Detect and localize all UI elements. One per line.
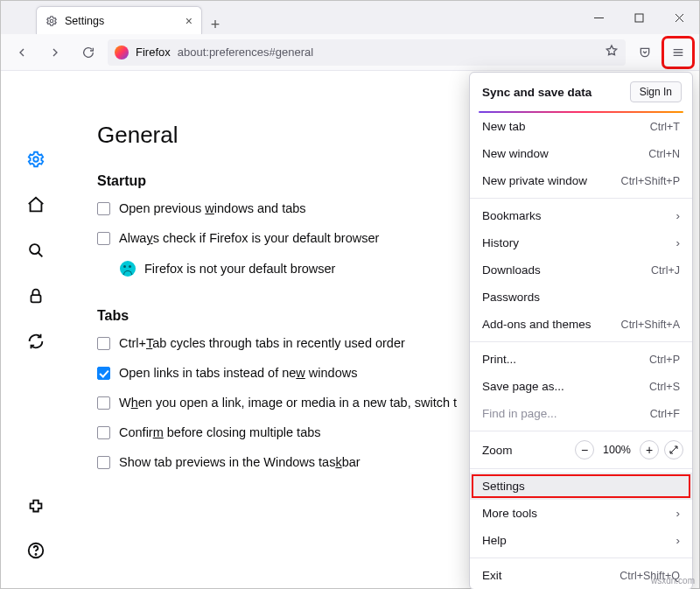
- opt-label: Open links in tabs instead of new window…: [119, 366, 357, 380]
- new-tab-button[interactable]: +: [202, 16, 228, 34]
- opt-label: Ctrl+Tab cycles through tabs in recently…: [119, 336, 405, 350]
- menu-history[interactable]: History›: [470, 229, 692, 256]
- category-sync[interactable]: [26, 332, 46, 354]
- checkbox-icon[interactable]: [97, 232, 110, 245]
- titlebar: Settings × +: [1, 1, 699, 34]
- identity-label: Firefox: [136, 46, 171, 59]
- category-privacy[interactable]: [26, 286, 46, 309]
- category-support[interactable]: [26, 541, 46, 564]
- svg-point-0: [50, 19, 53, 23]
- opt-label: When you open a link, image or media in …: [119, 396, 457, 410]
- tab-strip: Settings × +: [1, 6, 578, 34]
- category-home[interactable]: [26, 195, 46, 218]
- menu-sync-header: Sync and save data Sign In: [470, 73, 692, 111]
- back-button[interactable]: [8, 39, 36, 67]
- url-bar[interactable]: Firefox about:preferences#general: [108, 39, 626, 66]
- sync-title: Sync and save data: [482, 86, 592, 99]
- menu-find[interactable]: Find in page...Ctrl+F: [470, 400, 692, 427]
- minimize-button[interactable]: [578, 1, 619, 34]
- category-extensions[interactable]: [26, 497, 46, 520]
- tab-close-icon[interactable]: ×: [186, 15, 192, 27]
- category-general[interactable]: [26, 150, 46, 172]
- menu-print[interactable]: Print...Ctrl+P: [470, 346, 692, 373]
- app-menu-button[interactable]: [664, 39, 692, 67]
- checkbox-checked-icon[interactable]: [97, 367, 110, 380]
- zoom-out-button[interactable]: −: [575, 440, 594, 459]
- menu-new-window[interactable]: New windowCtrl+N: [470, 140, 692, 167]
- menu-new-tab[interactable]: New tabCtrl+T: [470, 113, 692, 140]
- svg-rect-1: [635, 14, 643, 22]
- zoom-in-button[interactable]: +: [640, 440, 659, 459]
- watermark: wsxdn.com: [651, 576, 695, 585]
- address-text: about:preferences#general: [178, 46, 313, 59]
- app-menu: Sync and save data Sign In New tabCtrl+T…: [469, 72, 693, 589]
- svg-point-3: [30, 244, 39, 254]
- menu-passwords[interactable]: Passwords: [470, 284, 692, 311]
- checkbox-icon[interactable]: [97, 202, 110, 215]
- bookmark-star-icon[interactable]: [605, 44, 619, 60]
- status-text: Firefox is not your default browser: [144, 262, 335, 276]
- pocket-button[interactable]: [631, 39, 659, 67]
- chevron-right-icon: ›: [676, 534, 681, 547]
- window-controls: [578, 1, 699, 34]
- menu-save-as[interactable]: Save page as...Ctrl+S: [470, 373, 692, 400]
- close-button[interactable]: [659, 1, 699, 34]
- svg-rect-4: [32, 295, 41, 302]
- category-search[interactable]: [26, 241, 46, 263]
- opt-label: Show tab previews in the Windows taskbar: [119, 455, 360, 469]
- chevron-right-icon: ›: [676, 209, 681, 222]
- menu-new-private[interactable]: New private windowCtrl+Shift+P: [470, 167, 692, 194]
- gear-icon: [46, 15, 58, 27]
- fullscreen-button[interactable]: [664, 440, 683, 459]
- forward-button[interactable]: [41, 39, 69, 67]
- nav-toolbar: Firefox about:preferences#general: [1, 34, 699, 71]
- menu-settings[interactable]: Settings: [470, 473, 692, 500]
- checkbox-icon[interactable]: [97, 456, 110, 469]
- tab-settings[interactable]: Settings ×: [36, 6, 202, 34]
- category-rail: [1, 71, 71, 588]
- maximize-button[interactable]: [619, 1, 659, 34]
- checkbox-icon[interactable]: [97, 426, 110, 439]
- menu-more-tools[interactable]: More tools›: [470, 500, 692, 527]
- chevron-right-icon: ›: [676, 236, 681, 249]
- menu-bookmarks[interactable]: Bookmarks›: [470, 202, 692, 229]
- menu-help[interactable]: Help›: [470, 527, 692, 554]
- opt-label: Confirm before closing multiple tabs: [119, 425, 321, 439]
- svg-point-6: [35, 554, 36, 555]
- opt-label: Always check if Firefox is your default …: [119, 231, 379, 245]
- menu-zoom: Zoom − 100% +: [470, 435, 692, 465]
- menu-addons[interactable]: Add-ons and themesCtrl+Shift+A: [470, 311, 692, 338]
- menu-downloads[interactable]: DownloadsCtrl+J: [470, 256, 692, 284]
- reload-button[interactable]: [74, 39, 102, 67]
- sad-face-icon: [120, 261, 136, 277]
- firefox-icon: [115, 46, 129, 60]
- checkbox-icon[interactable]: [97, 396, 110, 410]
- zoom-value: 100%: [599, 444, 634, 456]
- checkbox-icon[interactable]: [97, 337, 110, 350]
- chevron-right-icon: ›: [676, 507, 681, 520]
- sign-in-button[interactable]: Sign In: [630, 81, 682, 102]
- svg-point-2: [33, 157, 38, 162]
- opt-label: Open previous windows and tabs: [119, 201, 306, 215]
- tab-label: Settings: [65, 15, 178, 27]
